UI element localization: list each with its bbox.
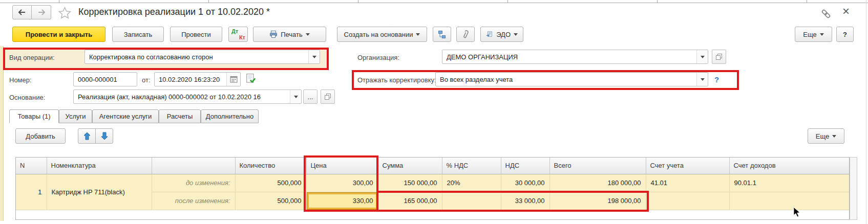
dropdown-button[interactable] [696, 50, 708, 63]
table-vertical-scrollbar[interactable] [850, 157, 857, 220]
cell-change-label[interactable]: до изменения: [152, 174, 235, 192]
favorite-star-icon[interactable] [58, 6, 72, 20]
cell-change-label[interactable]: после изменения: [152, 192, 235, 210]
more-button[interactable]: Еще [795, 27, 832, 42]
cell-price-selected[interactable]: 330,00 [306, 192, 378, 210]
post-button[interactable]: Провести [170, 27, 222, 42]
col-quantity[interactable]: Количество [235, 158, 306, 174]
dropdown-button[interactable] [308, 50, 320, 63]
tab-agent-services[interactable]: Агентские услуги [92, 109, 159, 123]
open-in-form-icon [715, 53, 723, 60]
forward-button[interactable] [32, 5, 51, 19]
chevron-down-icon [514, 33, 518, 38]
cell-total[interactable]: 180 000,00 [549, 174, 646, 192]
paperclip-icon [461, 30, 470, 39]
table-more-label: Еще [816, 132, 829, 140]
create-based-on-button[interactable]: Создать на основании [337, 27, 427, 42]
grid-tick [507, 0, 508, 3]
dtkt-postings-button[interactable]: Дт Кт [228, 27, 248, 42]
save-button[interactable]: Записать [112, 27, 164, 42]
tab-label: Расчеты [167, 113, 193, 120]
move-row-down-button[interactable] [95, 128, 113, 144]
table-row-before-change: 1 Картридж HP 711(black) до изменения: 5… [16, 174, 849, 192]
number-field[interactable]: 0000-000001 [73, 72, 137, 86]
organization-label: Организация: [357, 54, 399, 61]
col-total[interactable]: Всего [549, 158, 646, 174]
post-label: Провести [181, 31, 211, 38]
date-value: 10.02.2020 16:23:20 [155, 76, 226, 83]
post-and-close-button[interactable]: Провести и закрыть [12, 27, 105, 42]
chevron-down-icon [701, 56, 705, 60]
help-button[interactable]: ? [836, 27, 854, 42]
cell-amount[interactable]: 150 000,00 [378, 174, 442, 192]
tab-label: Дополнительно [206, 113, 254, 120]
cell-vat-rate[interactable]: 20% [442, 174, 501, 192]
cell-income-account[interactable] [729, 192, 849, 210]
col-n[interactable]: N [16, 158, 47, 174]
col-change[interactable] [152, 158, 235, 174]
calendar-button[interactable] [226, 73, 240, 86]
cell-nomenclature[interactable]: Картридж HP 711(black) [47, 174, 152, 210]
col-income-account[interactable]: Счет доходов [729, 158, 849, 174]
dropdown-button[interactable] [290, 90, 301, 103]
kt-label: Кт [239, 34, 245, 40]
basis-choose-button[interactable]: ... [303, 89, 317, 104]
chevron-down-icon [832, 135, 836, 140]
cell-total[interactable]: 198 000,00 [549, 192, 646, 210]
dtkt-icon: Дт Кт [229, 27, 247, 41]
related-documents-button[interactable] [433, 27, 451, 42]
set-number-document-check-icon[interactable] [245, 73, 257, 84]
cell-amount[interactable]: 165 000,00 [378, 192, 442, 210]
more-label: Еще [803, 31, 816, 38]
attachments-button[interactable] [456, 27, 475, 42]
print-button[interactable]: Печать [253, 27, 326, 42]
cell-quantity[interactable]: 500,000 [235, 174, 306, 192]
basis-field[interactable]: Реализация (акт, накладная) 0000-000002 … [73, 89, 302, 104]
dropdown-button[interactable] [696, 73, 708, 86]
form-left-strip [0, 46, 4, 221]
table-more-button[interactable]: Еще [808, 128, 844, 144]
operation-kind-value: Корректировка по согласованию сторон [85, 53, 308, 61]
col-price[interactable]: Цена [306, 158, 378, 174]
move-row-up-button[interactable] [78, 128, 96, 144]
col-amount[interactable]: Сумма [378, 158, 442, 174]
tab-label: Услуги [66, 113, 86, 120]
save-label: Записать [124, 31, 153, 38]
grid-tick [358, 0, 358, 3]
reflect-help-icon[interactable]: ? [714, 75, 719, 84]
date-field[interactable]: 10.02.2020 16:23:20 [154, 72, 241, 86]
organization-field[interactable]: ДЕМО ОРГАНИЗАЦИЯ [442, 50, 708, 64]
operation-kind-field[interactable]: Корректировка по согласованию сторон [84, 50, 320, 64]
basis-open-button[interactable] [321, 89, 335, 104]
arrow-left-icon [17, 8, 27, 17]
col-vat[interactable]: НДС [501, 158, 549, 174]
cell-vat[interactable]: 30 000,00 [501, 174, 549, 192]
cell-income-account[interactable]: 90.01.1 [729, 174, 849, 192]
col-vat-rate[interactable]: % НДС [442, 158, 501, 174]
add-row-button[interactable]: Добавить [15, 128, 66, 144]
cell-row-number[interactable]: 1 [16, 174, 47, 210]
tab-additional[interactable]: Дополнительно [201, 109, 259, 123]
tab-goods[interactable]: Товары (1) [9, 109, 59, 123]
col-nomenclature[interactable]: Номенклатура [47, 158, 152, 174]
close-icon[interactable]: × [842, 4, 850, 18]
arrow-right-icon [37, 8, 46, 17]
tab-services[interactable]: Услуги [59, 109, 92, 123]
cell-account[interactable]: 41.01 [646, 174, 729, 192]
cell-account[interactable] [646, 192, 729, 210]
mouse-cursor [793, 207, 801, 218]
chevron-down-icon [306, 33, 310, 38]
document-window: Корректировка реализации 1 от 10.02.2020… [0, 0, 868, 224]
col-account[interactable]: Счет учета [646, 158, 729, 174]
cell-vat[interactable]: 33 000,00 [501, 192, 549, 210]
cell-price[interactable]: 300,00 [306, 174, 378, 192]
organization-open-button[interactable] [712, 50, 726, 64]
edo-button[interactable]: ЭДО [480, 27, 523, 42]
organization-value: ДЕМО ОРГАНИЗАЦИЯ [442, 53, 696, 61]
cell-vat-rate[interactable] [442, 192, 501, 210]
back-button[interactable] [12, 5, 32, 19]
cell-quantity[interactable]: 500,000 [235, 192, 306, 210]
reflect-adjustment-field[interactable]: Во всех разделах учета [435, 72, 708, 86]
tab-settlements[interactable]: Расчеты [159, 109, 201, 123]
get-link-icon[interactable] [820, 8, 832, 20]
